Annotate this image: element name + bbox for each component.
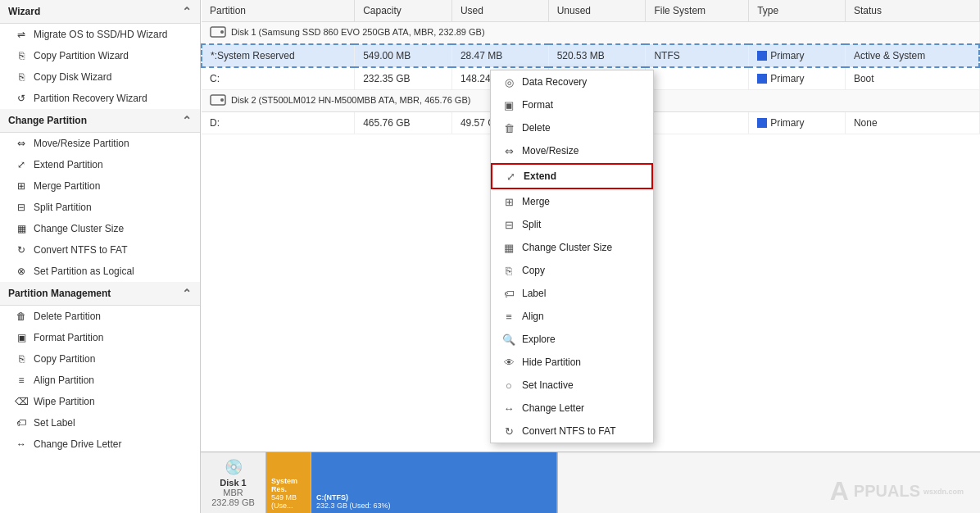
- sidebar-item-copy-partition-wizard[interactable]: ⎘ Copy Partition Wizard: [0, 45, 200, 66]
- partition-capacity: 232.35 GB: [355, 67, 452, 90]
- seg-c-sublabel: 232.3 GB (Used: 63%): [316, 502, 391, 510]
- disk1-segments: System Res. 549 MB (Use... C:(NTFS) 232.…: [266, 452, 557, 513]
- table-row[interactable]: *:System Reserved 549.00 MB 28.47 MB 520…: [202, 44, 979, 67]
- data-recovery-icon: ◎: [502, 75, 515, 89]
- sidebar-item-convert-ntfs-fat[interactable]: ↻ Convert NTFS to FAT: [0, 239, 200, 261]
- type-square-icon: [757, 74, 767, 84]
- migrate-icon: ⇌: [15, 28, 28, 41]
- partition-status: Boot: [845, 67, 979, 90]
- sidebar-item-align-partition[interactable]: ≡ Align Partition: [0, 370, 200, 391]
- cm-set-inactive[interactable]: ○ Set Inactive: [491, 374, 653, 397]
- disk2-icon: [210, 93, 226, 107]
- sidebar-item-move-resize[interactable]: ⇔ Move/Resize Partition: [0, 133, 200, 154]
- partition-status: None: [845, 112, 979, 134]
- disk1-bar: 💿 Disk 1 MBR 232.89 GB System Res. 549 M…: [201, 452, 558, 513]
- copy-partition-wizard-icon: ⎘: [15, 49, 28, 62]
- cm-format[interactable]: ▣ Format: [491, 93, 653, 116]
- cm-label[interactable]: 🏷 Label: [491, 282, 653, 305]
- set-logical-icon: ⊗: [15, 265, 28, 278]
- sidebar-section-change-partition[interactable]: Change Partition ⌃: [0, 109, 200, 133]
- partition-name: C:: [202, 67, 355, 90]
- sidebar-item-change-drive-letter[interactable]: ↔ Change Drive Letter: [0, 434, 200, 455]
- sidebar-item-extend-partition[interactable]: ⤢ Extend Partition: [0, 154, 200, 175]
- seg-label: System Res.: [271, 477, 306, 493]
- sidebar-item-merge-partition[interactable]: ⊞ Merge Partition: [0, 175, 200, 197]
- partition-unused: 520.53 MB: [548, 44, 646, 67]
- sidebar: Wizard ⌃ ⇌ Migrate OS to SSD/HD Wizard ⎘…: [0, 0, 201, 513]
- sidebar-item-split-partition[interactable]: ⊟ Split Partition: [0, 197, 200, 218]
- disk1-header-row: Disk 1 (Samsung SSD 860 EVO 250GB ATA, M…: [202, 22, 979, 45]
- col-status: Status: [845, 0, 979, 22]
- cm-delete[interactable]: 🗑 Delete: [491, 116, 653, 139]
- move-resize-icon: ⇔: [15, 137, 28, 150]
- cm-change-cluster-size[interactable]: ▦ Change Cluster Size: [491, 236, 653, 259]
- sidebar-item-set-logical[interactable]: ⊗ Set Partition as Logical: [0, 261, 200, 282]
- copy-partition-icon: ⎘: [15, 352, 28, 365]
- col-partition: Partition: [202, 0, 355, 22]
- sidebar-item-format-partition[interactable]: ▣ Format Partition: [0, 327, 200, 348]
- extend-icon: ⤢: [15, 158, 28, 171]
- type-square-icon: [757, 118, 767, 128]
- sidebar-item-copy-partition[interactable]: ⎘ Copy Partition: [0, 348, 200, 370]
- split-icon: ⊟: [15, 201, 28, 214]
- sidebar-item-migrate-os[interactable]: ⇌ Migrate OS to SSD/HD Wizard: [0, 24, 200, 45]
- sidebar-item-copy-disk-wizard[interactable]: ⎘ Copy Disk Wizard: [0, 66, 200, 88]
- svg-point-1: [220, 30, 224, 34]
- col-capacity: Capacity: [355, 0, 452, 22]
- cm-align[interactable]: ≡ Align: [491, 305, 653, 328]
- cm-convert-ntfs-fat[interactable]: ↻ Convert NTFS to FAT: [491, 420, 653, 443]
- cm-data-recovery[interactable]: ◎ Data Recovery: [491, 70, 653, 93]
- cm-explore[interactable]: 🔍 Explore: [491, 328, 653, 351]
- align-cm-icon: ≡: [502, 310, 515, 323]
- cm-copy[interactable]: ⎘ Copy: [491, 259, 653, 282]
- partition-capacity: 549.00 MB: [355, 44, 452, 67]
- convert-ntfs-icon: ↻: [15, 243, 28, 256]
- partition-status: Active & System: [845, 44, 979, 67]
- partition-fs: NTFS: [646, 44, 749, 67]
- disk-icon: [210, 25, 226, 39]
- sidebar-item-delete-partition[interactable]: 🗑 Delete Partition: [0, 306, 200, 327]
- split-cm-icon: ⊟: [502, 218, 515, 231]
- partition-type: Primary: [749, 44, 846, 67]
- hide-partition-cm-icon: 👁: [502, 356, 515, 369]
- explore-cm-icon: 🔍: [502, 333, 515, 346]
- merge-icon: ⊞: [15, 179, 28, 193]
- col-filesystem: File System: [646, 0, 749, 22]
- disk-seg-c[interactable]: C:(NTFS) 232.3 GB (Used: 63%): [311, 452, 557, 513]
- copy-cm-icon: ⎘: [502, 264, 515, 277]
- cm-move-resize[interactable]: ⇔ Move/Resize: [491, 139, 653, 162]
- disk-seg-sysreserved[interactable]: System Res. 549 MB (Use...: [266, 452, 311, 513]
- sidebar-item-partition-recovery-wizard[interactable]: ↺ Partition Recovery Wizard: [0, 88, 200, 109]
- cm-split[interactable]: ⊟ Split: [491, 213, 653, 236]
- change-letter-cm-icon: ↔: [502, 402, 515, 415]
- cm-extend[interactable]: ⤢ Extend: [491, 163, 653, 189]
- seg-sublabel: 549 MB (Use...: [271, 493, 306, 510]
- format-icon: ▣: [15, 331, 28, 344]
- extend-cm-icon: ⤢: [504, 170, 517, 183]
- delete-icon: 🗑: [15, 310, 28, 323]
- partition-capacity: 465.76 GB: [355, 112, 452, 134]
- chevron-up-icon: ⌃: [182, 5, 192, 18]
- cm-merge[interactable]: ⊞ Merge: [491, 190, 653, 213]
- type-square-icon: [757, 51, 767, 61]
- sidebar-section-partition-mgmt[interactable]: Partition Management ⌃: [0, 282, 200, 306]
- sidebar-item-change-cluster-size[interactable]: ▦ Change Cluster Size: [0, 218, 200, 239]
- cm-change-letter[interactable]: ↔ Change Letter: [491, 397, 653, 420]
- move-resize-cm-icon: ⇔: [502, 144, 515, 157]
- align-icon: ≡: [15, 374, 28, 387]
- col-type: Type: [749, 0, 846, 22]
- partition-name: D:: [202, 112, 355, 134]
- copy-disk-wizard-icon: ⎘: [15, 70, 28, 84]
- sidebar-item-wipe-partition[interactable]: ⌫ Wipe Partition: [0, 391, 200, 412]
- chevron-up-icon3: ⌃: [182, 287, 192, 300]
- partition-type: Primary: [749, 67, 846, 90]
- recovery-wizard-icon: ↺: [15, 92, 28, 105]
- sidebar-item-set-label[interactable]: 🏷 Set Label: [0, 412, 200, 434]
- partition-name: *:System Reserved: [202, 44, 355, 67]
- sidebar-section-wizard[interactable]: Wizard ⌃: [0, 0, 200, 24]
- cm-hide-partition[interactable]: 👁 Hide Partition: [491, 351, 653, 374]
- convert-ntfs-cm-icon: ↻: [502, 424, 515, 438]
- col-unused: Unused: [548, 0, 646, 22]
- wipe-icon: ⌫: [15, 395, 28, 408]
- merge-cm-icon: ⊞: [502, 195, 515, 208]
